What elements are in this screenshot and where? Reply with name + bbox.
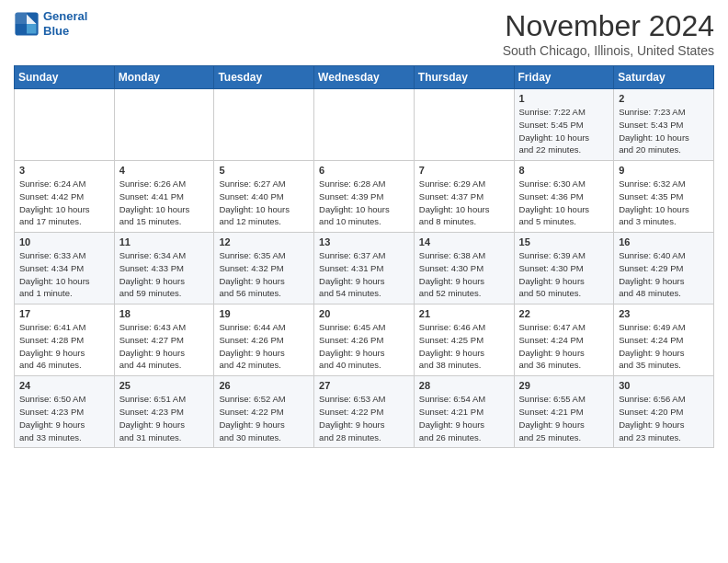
calendar-cell: 23Sunrise: 6:49 AM Sunset: 4:24 PM Dayli… <box>614 304 714 376</box>
day-info: Sunrise: 7:23 AM Sunset: 5:43 PM Dayligh… <box>619 106 710 156</box>
day-info: Sunrise: 6:53 AM Sunset: 4:22 PM Dayligh… <box>319 393 410 443</box>
day-number: 6 <box>319 165 410 176</box>
day-info: Sunrise: 6:35 AM Sunset: 4:32 PM Dayligh… <box>219 249 310 300</box>
svg-marker-2 <box>27 24 37 34</box>
day-info: Sunrise: 6:39 AM Sunset: 4:30 PM Dayligh… <box>519 249 610 300</box>
calendar-cell: 22Sunrise: 6:47 AM Sunset: 4:24 PM Dayli… <box>514 304 614 376</box>
day-info: Sunrise: 6:44 AM Sunset: 4:26 PM Dayligh… <box>219 321 310 372</box>
day-number: 20 <box>319 308 410 319</box>
day-number: 27 <box>319 380 410 391</box>
day-info: Sunrise: 6:24 AM Sunset: 4:42 PM Dayligh… <box>19 178 110 228</box>
calendar-cell: 20Sunrise: 6:45 AM Sunset: 4:26 PM Dayli… <box>314 304 415 376</box>
calendar-cell: 12Sunrise: 6:35 AM Sunset: 4:32 PM Dayli… <box>214 233 314 304</box>
day-info: Sunrise: 6:41 AM Sunset: 4:28 PM Dayligh… <box>19 321 110 372</box>
day-number: 29 <box>519 380 610 391</box>
day-number: 14 <box>419 236 510 247</box>
day-number: 16 <box>619 236 710 247</box>
calendar-cell: 18Sunrise: 6:43 AM Sunset: 4:27 PM Dayli… <box>114 304 214 376</box>
calendar-cell <box>214 89 314 161</box>
day-info: Sunrise: 6:37 AM Sunset: 4:31 PM Dayligh… <box>319 249 410 300</box>
calendar-cell: 14Sunrise: 6:38 AM Sunset: 4:30 PM Dayli… <box>414 233 514 304</box>
weekday-header-wednesday: Wednesday <box>314 66 415 89</box>
day-info: Sunrise: 6:30 AM Sunset: 4:36 PM Dayligh… <box>519 178 610 228</box>
day-info: Sunrise: 6:26 AM Sunset: 4:41 PM Dayligh… <box>119 178 210 228</box>
weekday-header-friday: Friday <box>514 66 614 89</box>
calendar-cell: 25Sunrise: 6:51 AM Sunset: 4:23 PM Dayli… <box>114 376 214 448</box>
location-subtitle: South Chicago, Illinois, United States <box>503 43 714 58</box>
calendar-cell: 26Sunrise: 6:52 AM Sunset: 4:22 PM Dayli… <box>214 376 314 448</box>
day-info: Sunrise: 6:33 AM Sunset: 4:34 PM Dayligh… <box>19 249 110 300</box>
weekday-header-thursday: Thursday <box>414 66 514 89</box>
page-header: General Blue November 2024 South Chicago… <box>14 9 714 58</box>
day-info: Sunrise: 6:56 AM Sunset: 4:20 PM Dayligh… <box>619 393 710 443</box>
week-row-2: 3Sunrise: 6:24 AM Sunset: 4:42 PM Daylig… <box>15 161 714 233</box>
day-info: Sunrise: 6:27 AM Sunset: 4:40 PM Dayligh… <box>219 178 310 228</box>
weekday-header-tuesday: Tuesday <box>214 66 314 89</box>
logo-line1: General <box>43 9 87 23</box>
logo-text: General Blue <box>43 9 87 38</box>
week-row-4: 17Sunrise: 6:41 AM Sunset: 4:28 PM Dayli… <box>15 304 714 376</box>
day-info: Sunrise: 6:43 AM Sunset: 4:27 PM Dayligh… <box>119 321 210 372</box>
day-info: Sunrise: 6:51 AM Sunset: 4:23 PM Dayligh… <box>119 393 210 443</box>
day-info: Sunrise: 6:50 AM Sunset: 4:23 PM Dayligh… <box>19 393 110 443</box>
day-number: 21 <box>419 308 510 319</box>
calendar-cell: 16Sunrise: 6:40 AM Sunset: 4:29 PM Dayli… <box>614 233 714 304</box>
day-number: 11 <box>119 236 210 247</box>
title-block: November 2024 South Chicago, Illinois, U… <box>503 9 714 58</box>
day-number: 3 <box>19 165 110 176</box>
calendar-cell: 27Sunrise: 6:53 AM Sunset: 4:22 PM Dayli… <box>314 376 415 448</box>
calendar-cell: 9Sunrise: 6:32 AM Sunset: 4:35 PM Daylig… <box>614 161 714 233</box>
day-number: 10 <box>19 236 110 247</box>
day-number: 17 <box>19 308 110 319</box>
day-info: Sunrise: 6:32 AM Sunset: 4:35 PM Dayligh… <box>619 178 710 228</box>
calendar-cell: 28Sunrise: 6:54 AM Sunset: 4:21 PM Dayli… <box>414 376 514 448</box>
day-number: 22 <box>519 308 610 319</box>
calendar-cell <box>414 89 514 161</box>
day-info: Sunrise: 6:28 AM Sunset: 4:39 PM Dayligh… <box>319 178 410 228</box>
day-number: 28 <box>419 380 510 391</box>
day-info: Sunrise: 6:54 AM Sunset: 4:21 PM Dayligh… <box>419 393 510 443</box>
day-number: 2 <box>619 93 710 104</box>
weekday-header-monday: Monday <box>114 66 214 89</box>
logo-line2: Blue <box>43 24 69 38</box>
day-number: 8 <box>519 165 610 176</box>
day-info: Sunrise: 6:38 AM Sunset: 4:30 PM Dayligh… <box>419 249 510 300</box>
calendar-cell: 10Sunrise: 6:33 AM Sunset: 4:34 PM Dayli… <box>15 233 115 304</box>
calendar-cell: 21Sunrise: 6:46 AM Sunset: 4:25 PM Dayli… <box>414 304 514 376</box>
week-row-3: 10Sunrise: 6:33 AM Sunset: 4:34 PM Dayli… <box>15 233 714 304</box>
svg-marker-3 <box>15 12 27 24</box>
day-number: 13 <box>319 236 410 247</box>
day-number: 1 <box>519 93 610 104</box>
calendar-cell: 6Sunrise: 6:28 AM Sunset: 4:39 PM Daylig… <box>314 161 415 233</box>
day-number: 5 <box>219 165 310 176</box>
day-number: 26 <box>219 380 310 391</box>
day-info: Sunrise: 6:34 AM Sunset: 4:33 PM Dayligh… <box>119 249 210 300</box>
calendar-cell: 1Sunrise: 7:22 AM Sunset: 5:45 PM Daylig… <box>514 89 614 161</box>
day-info: Sunrise: 6:46 AM Sunset: 4:25 PM Dayligh… <box>419 321 510 372</box>
calendar-cell: 13Sunrise: 6:37 AM Sunset: 4:31 PM Dayli… <box>314 233 415 304</box>
calendar-cell: 2Sunrise: 7:23 AM Sunset: 5:43 PM Daylig… <box>614 89 714 161</box>
calendar-cell: 7Sunrise: 6:29 AM Sunset: 4:37 PM Daylig… <box>414 161 514 233</box>
day-number: 12 <box>219 236 310 247</box>
calendar-cell: 3Sunrise: 6:24 AM Sunset: 4:42 PM Daylig… <box>15 161 115 233</box>
day-info: Sunrise: 6:49 AM Sunset: 4:24 PM Dayligh… <box>619 321 710 372</box>
calendar-cell <box>114 89 214 161</box>
calendar-cell: 8Sunrise: 6:30 AM Sunset: 4:36 PM Daylig… <box>514 161 614 233</box>
calendar-cell: 30Sunrise: 6:56 AM Sunset: 4:20 PM Dayli… <box>614 376 714 448</box>
day-number: 18 <box>119 308 210 319</box>
day-number: 9 <box>619 165 710 176</box>
day-number: 23 <box>619 308 710 319</box>
day-info: Sunrise: 6:45 AM Sunset: 4:26 PM Dayligh… <box>319 321 410 372</box>
day-number: 4 <box>119 165 210 176</box>
day-number: 15 <box>519 236 610 247</box>
month-title: November 2024 <box>503 9 714 43</box>
weekday-header-saturday: Saturday <box>614 66 714 89</box>
day-number: 30 <box>619 380 710 391</box>
weekday-header-row: SundayMondayTuesdayWednesdayThursdayFrid… <box>15 66 714 89</box>
day-info: Sunrise: 6:52 AM Sunset: 4:22 PM Dayligh… <box>219 393 310 443</box>
calendar-cell: 29Sunrise: 6:55 AM Sunset: 4:21 PM Dayli… <box>514 376 614 448</box>
calendar-cell: 17Sunrise: 6:41 AM Sunset: 4:28 PM Dayli… <box>15 304 115 376</box>
weekday-header-sunday: Sunday <box>15 66 115 89</box>
calendar-table: SundayMondayTuesdayWednesdayThursdayFrid… <box>14 65 714 448</box>
day-info: Sunrise: 6:29 AM Sunset: 4:37 PM Dayligh… <box>419 178 510 228</box>
